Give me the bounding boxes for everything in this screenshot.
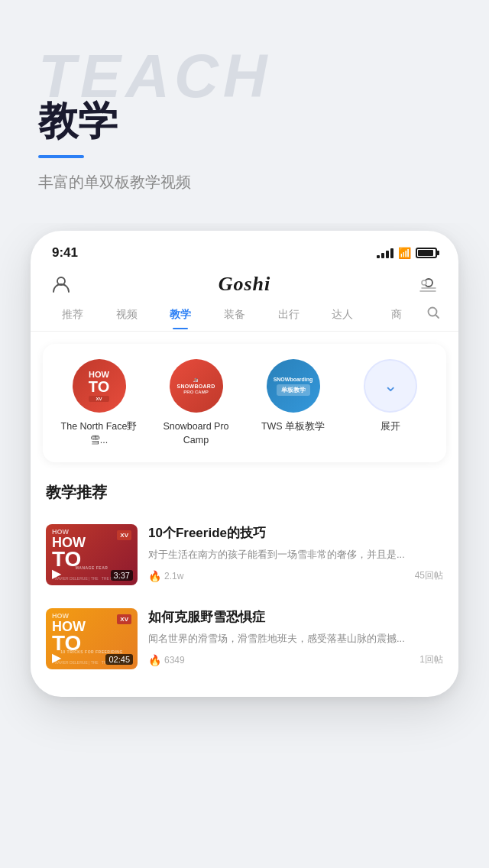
svg-point-3: [429, 308, 437, 316]
accent-line: [38, 155, 84, 158]
tab-video[interactable]: 视频: [100, 308, 154, 329]
tab-shop[interactable]: 商: [369, 308, 423, 329]
user-icon[interactable]: [49, 272, 73, 296]
article-title-2: 如何克服野雪恐惧症: [148, 608, 443, 627]
signal-icon: [377, 248, 393, 258]
article-replies-2: 1回帖: [419, 653, 443, 666]
category-expand-label: 展开: [381, 420, 400, 434]
app-header: Goshi: [31, 264, 458, 301]
category-tws[interactable]: SNOWboarding 单板教学 TWS 单板教学: [255, 359, 332, 434]
category-northface[interactable]: HOW TO XV The North Face野雪...: [61, 359, 138, 447]
section-title-recommend: 教学推荐: [31, 474, 458, 513]
article-desc-2: 闻名世界的滑雪场，滑雪胜地班夫，感受落基山脉的震撼...: [148, 631, 443, 646]
category-tws-label: TWS 单板教学: [261, 420, 325, 434]
category-snowboard-label: Snowboard Pro Camp: [158, 420, 235, 447]
app-logo: Goshi: [219, 273, 271, 296]
article-views-2: 🔥 6349: [148, 654, 185, 666]
tab-teach[interactable]: 教学: [154, 308, 208, 329]
category-expand[interactable]: ⌄ 展开: [352, 359, 429, 434]
phone-mockup: 9:41 📶 Gos: [0, 231, 489, 720]
article-desc-1: 对于生活在南方的孩子能看到一场雪非常的奢侈，并且是...: [148, 547, 443, 562]
teach-title-en: TEACH: [38, 46, 451, 107]
thumbnail-2: HOW HOW TO XV 10 TRICKS FOR FREERIDING X…: [46, 608, 138, 669]
article-item-2[interactable]: HOW HOW TO XV 10 TRICKS FOR FREERIDING X…: [31, 598, 458, 680]
category-section: HOW TO XV The North Face野雪... 🏂 SNOWBOAR…: [43, 344, 446, 462]
article-title-1: 10个Freeride的技巧: [148, 524, 443, 542]
status-time: 9:41: [52, 245, 78, 261]
battery-icon: [416, 248, 437, 258]
weather-icon[interactable]: [416, 272, 440, 296]
nav-tabs: 推荐 视频 教学 装备 出行 达人 商: [31, 301, 458, 332]
tab-travel[interactable]: 出行: [261, 308, 316, 329]
wifi-icon: 📶: [398, 247, 411, 259]
thumbnail-1: HOW HOW TO XV MANAGE FEAR XAVIER DELERUE…: [46, 524, 138, 585]
article-replies-1: 45回帖: [415, 569, 443, 582]
category-northface-label: The North Face野雪...: [61, 420, 138, 447]
tab-gear[interactable]: 装备: [208, 308, 262, 329]
svg-point-2: [422, 280, 426, 285]
fire-icon-2: 🔥: [148, 654, 161, 666]
article-views-1: 🔥 2.1w: [148, 570, 183, 582]
status-icons: 📶: [377, 247, 437, 259]
article-item-1[interactable]: HOW HOW TO XV MANAGE FEAR XAVIER DELERUE…: [31, 513, 458, 596]
chevron-down-icon: ⌄: [384, 376, 397, 396]
category-snowboard[interactable]: 🏂 SNOWBOARD PRO CAMP Snowboard Pro Camp: [158, 359, 235, 447]
tab-pro[interactable]: 达人: [316, 308, 370, 329]
subtitle: 丰富的单双板教学视频: [38, 172, 451, 193]
fire-icon: 🔥: [148, 570, 161, 582]
status-bar: 9:41 📶: [31, 231, 458, 264]
content-list: HOW HOW TO XV MANAGE FEAR XAVIER DELERUE…: [31, 513, 458, 680]
search-icon[interactable]: [423, 306, 443, 331]
tab-recommend[interactable]: 推荐: [46, 308, 100, 329]
